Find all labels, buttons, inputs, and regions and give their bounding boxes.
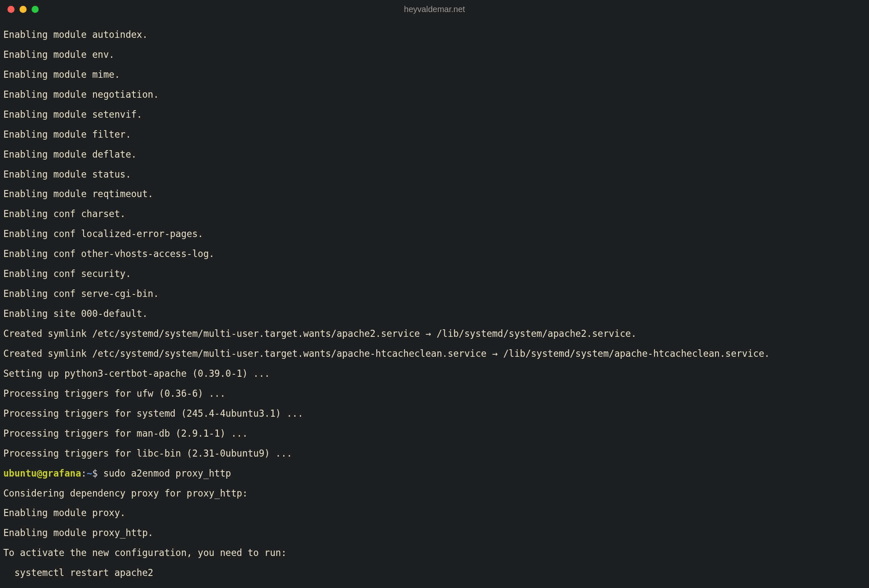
output-line: Setting up python3-certbot-apache (0.39.… [3, 369, 866, 379]
output-line: Enabling module setenvif. [3, 110, 866, 120]
traffic-lights [7, 6, 39, 13]
output-line: Enabling module reqtimeout. [3, 189, 866, 199]
prompt-line: ubuntu@grafana:~$ sudo a2enmod proxy_htt… [3, 469, 866, 479]
output-line: Enabling conf security. [3, 269, 866, 279]
output-line: Considering dependency proxy for proxy_h… [3, 489, 866, 499]
output-line: Processing triggers for libc-bin (2.31-0… [3, 449, 866, 459]
prompt-user-host: ubuntu@grafana [3, 468, 81, 479]
terminal-window: heyvaldemar.net Enabling module autoinde… [0, 0, 869, 588]
titlebar: heyvaldemar.net [0, 0, 869, 18]
close-icon[interactable] [7, 6, 15, 13]
output-line: systemctl restart apache2 [3, 568, 866, 578]
output-line: Created symlink /etc/systemd/system/mult… [3, 329, 866, 339]
output-line: Enabling conf serve-cgi-bin. [3, 289, 866, 299]
output-line: Processing triggers for ufw (0.36-6) ... [3, 389, 866, 399]
output-line: Enabling conf charset. [3, 209, 866, 219]
output-line: Processing triggers for systemd (245.4-4… [3, 409, 866, 419]
output-line: Enabling site 000-default. [3, 309, 866, 319]
output-line: Enabling module filter. [3, 130, 866, 140]
output-line: Enabling module env. [3, 50, 866, 60]
output-line: Created symlink /etc/systemd/system/mult… [3, 349, 866, 359]
output-line: Enabling conf other-vhosts-access-log. [3, 249, 866, 259]
output-line: Enabling module proxy. [3, 508, 866, 518]
prompt-path: ~ [86, 468, 92, 479]
terminal-output[interactable]: Enabling module autoindex. Enabling modu… [0, 18, 869, 588]
output-line: Processing triggers for man-db (2.9.1-1)… [3, 429, 866, 439]
output-line: Enabling module deflate. [3, 150, 866, 160]
prompt-symbol: $ [92, 468, 98, 479]
command-text: sudo a2enmod proxy_http [98, 468, 231, 479]
output-line: Enabling module proxy_http. [3, 528, 866, 538]
output-line: Enabling conf localized-error-pages. [3, 229, 866, 239]
output-line: Enabling module status. [3, 170, 866, 180]
output-line: Enabling module autoindex. [3, 30, 866, 40]
fullscreen-icon[interactable] [32, 6, 39, 13]
output-line: To activate the new configuration, you n… [3, 548, 866, 558]
output-line: Enabling module negotiation. [3, 90, 866, 100]
minimize-icon[interactable] [20, 6, 27, 13]
output-line: Enabling module mime. [3, 70, 866, 80]
prompt-separator: : [81, 468, 86, 479]
window-title: heyvaldemar.net [404, 5, 465, 14]
